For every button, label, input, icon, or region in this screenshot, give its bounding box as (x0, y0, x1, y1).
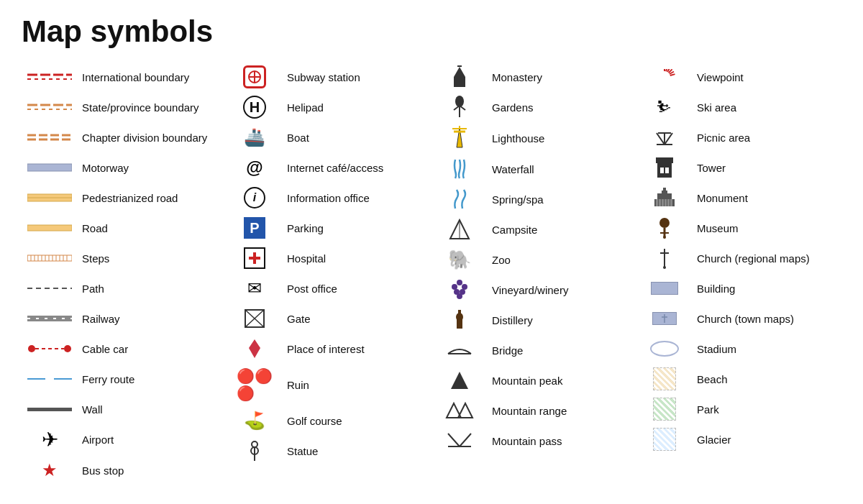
symbol-line-ferry (24, 375, 75, 382)
list-item: Statue (227, 436, 432, 466)
symbol-label: Mountain peak (492, 375, 562, 387)
list-item: International boundary (22, 62, 227, 92)
symbol-label: Gardens (492, 101, 534, 114)
gate-icon (244, 308, 265, 329)
symbol-icon-bridge (434, 344, 485, 357)
symbol-label: Bus stop (82, 464, 124, 477)
symbol-label: Stadium (697, 343, 736, 355)
list-item: Church (town maps) (636, 303, 841, 334)
symbol-label: Ski area (697, 101, 736, 114)
motorway-icon (27, 163, 72, 172)
list-item: Picnic area (636, 122, 841, 152)
list-item: Wall (22, 394, 227, 424)
waterfall-icon (449, 158, 470, 180)
svg-rect-90 (656, 157, 659, 163)
list-item: Stadium (636, 334, 841, 364)
symbol-label: Steps (82, 252, 109, 265)
list-item: Path (22, 273, 227, 303)
svg-rect-67 (458, 310, 461, 314)
svg-point-105 (663, 236, 666, 239)
symbol-label: Boat (287, 132, 309, 144)
symbol-label: Wall (82, 403, 103, 416)
ferry-icon (27, 375, 72, 382)
wall-icon (27, 406, 72, 412)
svg-rect-88 (660, 168, 664, 173)
symbol-label: Lighthouse (492, 132, 544, 145)
symbol-icon-golf: ⛳ (229, 411, 280, 431)
symbol-label: Information office (287, 192, 370, 204)
list-item: Hospital (227, 243, 432, 273)
list-item: Road (22, 213, 227, 243)
vineyard-icon (449, 279, 470, 301)
symbol-line-motorway (24, 163, 75, 172)
symbol-label: Vineyard/winery (492, 284, 568, 296)
list-item: Ferry route (22, 364, 227, 394)
cablecar-icon (27, 344, 72, 354)
symbol-icon-mountain-range (434, 400, 485, 421)
column-3: Monastery Gardens Lighthouse Waterfall S… (432, 62, 636, 485)
statue-icon (246, 441, 263, 461)
svg-point-60 (452, 284, 457, 290)
symbol-icon-monument (639, 188, 690, 208)
list-item: Lighthouse (432, 122, 636, 154)
list-item: 🐘Zoo (432, 244, 636, 275)
list-item: ⛳Golf course (227, 406, 432, 436)
symbol-line-chapter (24, 133, 75, 142)
beach-icon (653, 367, 676, 390)
church-town-icon (652, 312, 677, 325)
list-item: Spring/spa (432, 184, 636, 214)
symbol-label: Mountain pass (492, 435, 562, 447)
symbol-icon-glacier (639, 428, 690, 451)
svg-rect-99 (657, 193, 672, 199)
svg-line-73 (460, 434, 471, 446)
hospital-icon (244, 247, 265, 269)
list-item: Place of interest (227, 334, 432, 364)
list-item: State/province boundary (22, 92, 227, 122)
golf-icon: ⛳ (244, 411, 265, 431)
symbol-label: Motorway (82, 162, 129, 174)
symbol-label: Beach (697, 373, 728, 385)
symbol-label: Church (town maps) (697, 313, 794, 325)
svg-rect-10 (27, 255, 72, 261)
bridge-icon (447, 344, 472, 357)
svg-rect-93 (656, 199, 658, 206)
symbol-icon-tower (639, 156, 690, 179)
list-item: Viewpoint (636, 62, 841, 92)
symbol-label: Path (82, 283, 104, 295)
svg-point-64 (457, 293, 462, 299)
helipad-icon: H (243, 96, 266, 119)
svg-line-50 (454, 106, 460, 110)
list-item: Bridge (432, 335, 636, 365)
symbol-label: Picnic area (697, 132, 750, 144)
symbol-label: Mountain range (492, 405, 567, 417)
symbol-label: Museum (697, 222, 739, 234)
symbol-icon-poi (229, 338, 280, 359)
svg-point-26 (28, 345, 35, 352)
svg-rect-6 (27, 164, 72, 171)
symbol-icon-airport: ✈ (24, 428, 75, 452)
mountain-range-icon (445, 400, 474, 421)
chapter-boundary-icon (27, 133, 72, 142)
symbol-label: Viewpoint (697, 71, 744, 83)
symbol-label: Hospital (287, 252, 326, 265)
campsite-icon (449, 219, 470, 240)
list-item: HHelipad (227, 92, 432, 122)
symbol-label: Waterfall (492, 163, 534, 175)
symbol-icon-ruin: 🔴🔴🔴 (229, 367, 280, 402)
list-item: ✈Airport (22, 424, 227, 455)
column-1: International boundary State/province bo… (22, 62, 227, 485)
list-item: Church (regional maps) (636, 243, 841, 273)
list-item: 🚢Boat (227, 122, 432, 152)
glacier-icon (653, 428, 676, 451)
symbol-label: Monastery (492, 71, 542, 83)
symbol-icon-museum (639, 217, 690, 239)
parking-icon: P (244, 217, 265, 239)
symbol-label: Zoo (492, 254, 511, 266)
list-item: Tower (636, 152, 841, 183)
symbol-label: Railway (82, 313, 120, 325)
svg-rect-95 (662, 199, 664, 206)
symbol-icon-stadium (639, 341, 690, 357)
list-item: Railway (22, 303, 227, 334)
symbol-line-state (24, 103, 75, 111)
picnic-icon (654, 127, 675, 147)
